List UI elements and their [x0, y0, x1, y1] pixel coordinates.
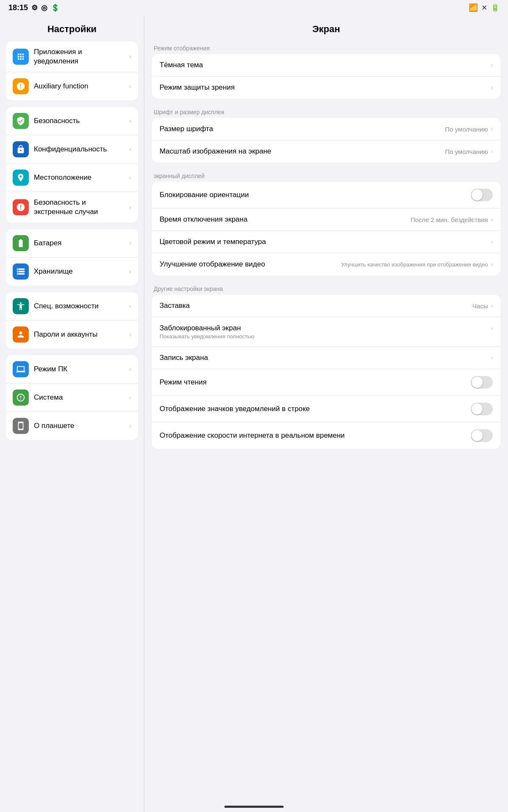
eye-protect-chevron: › [491, 84, 493, 91]
section-header-screen-display: экранный дисплей [152, 169, 500, 182]
sidebar-item-about[interactable]: О планшете › [6, 412, 138, 440]
wifi-icon: 📶 [469, 3, 478, 12]
auxiliary-chevron: › [129, 82, 131, 90]
accounts-label: Пароли и аккаунты [34, 330, 126, 339]
sidebar-item-privacy[interactable]: Конфиденциальность › [6, 135, 138, 164]
right-item-dark-theme[interactable]: Тёмная тема › [152, 54, 500, 77]
location-status-icon: ◎ [41, 3, 47, 12]
auxiliary-icon [13, 78, 29, 94]
emergency-chevron: › [129, 203, 131, 211]
privacy-chevron: › [129, 145, 131, 153]
pcmode-label: Режим ПК [34, 365, 126, 374]
time-display: 18:15 [8, 3, 28, 12]
video-enhance-label: Улучшение отображение видео [160, 260, 341, 269]
accessibility-label: Спец. возможности [34, 302, 126, 311]
screensaver-label: Заставка [160, 302, 472, 310]
settings-group-4: Спец. возможности › Пароли и аккаунты › [6, 292, 138, 348]
right-item-font-size[interactable]: Размер шрифта По умолчанию › [152, 118, 500, 140]
sidebar-item-battery[interactable]: Батарея › [6, 229, 138, 258]
sidebar-item-auxiliary[interactable]: Auxiliary function › [6, 72, 138, 100]
security-icon [13, 113, 29, 129]
sidebar-item-storage[interactable]: Хранилище › [6, 258, 138, 285]
right-item-eye-protect[interactable]: Режим защиты зрения › [152, 77, 500, 99]
home-indicator [224, 806, 284, 808]
video-enhance-value: Улучшить качество изображения при отобра… [341, 261, 488, 268]
left-panel: Настройки Приложения и уведомления › Aux… [0, 15, 144, 812]
pcmode-chevron: › [129, 365, 131, 373]
sidebar-item-security[interactable]: Безопасность › [6, 107, 138, 135]
right-group-other: Заставка Часы › Заблокированный экран › … [152, 295, 500, 449]
emergency-icon [13, 199, 29, 215]
privacy-label: Конфиденциальность [34, 145, 126, 154]
font-size-chevron: › [491, 125, 493, 133]
reading-mode-toggle[interactable] [471, 376, 493, 389]
sidebar-item-apps[interactable]: Приложения и уведомления › [6, 41, 138, 72]
right-item-screen-record[interactable]: Запись экрана › [152, 347, 500, 369]
sidebar-item-accessibility[interactable]: Спец. возможности › [6, 292, 138, 321]
settings-group-2: Безопасность › Конфиденциальность › Мест… [6, 107, 138, 222]
right-item-display-scale[interactable]: Масштаб изображения на экране По умолчан… [152, 140, 500, 162]
storage-chevron: › [129, 268, 131, 275]
section-header-font: Шрифт и размер дисплея [152, 105, 500, 118]
right-item-lockscreen[interactable]: Заблокированный экран › Показывать уведо… [152, 317, 500, 347]
accounts-chevron: › [129, 331, 131, 338]
location-chevron: › [129, 174, 131, 181]
signal-icon: ✕ [481, 3, 487, 12]
sidebar-item-emergency[interactable]: Безопасность и экстренные случаи › [6, 192, 138, 222]
right-item-rotation-lock[interactable]: Блокирование ориентации [152, 182, 500, 208]
right-item-notif-icons[interactable]: Отображение значков уведомлений в строке [152, 396, 500, 422]
system-chevron: › [129, 394, 131, 401]
sidebar-item-pcmode[interactable]: Режим ПК › [6, 355, 138, 384]
battery-icon-nav [13, 235, 29, 251]
right-item-screensaver[interactable]: Заставка Часы › [152, 295, 500, 317]
status-time: 18:15 ⚙ ◎ 💲 [8, 3, 60, 12]
dark-theme-chevron: › [491, 61, 493, 69]
settings-group-1: Приложения и уведомления › Auxiliary fun… [6, 41, 138, 100]
apps-label: Приложения и уведомления [34, 47, 126, 66]
sidebar-item-location[interactable]: Местоположение › [6, 164, 138, 192]
dark-theme-label: Тёмная тема [160, 61, 491, 69]
right-panel: Экран Режим отображения Тёмная тема › Ре… [144, 15, 508, 812]
sidebar-item-accounts[interactable]: Пароли и аккаунты › [6, 321, 138, 348]
right-panel-title: Экран [152, 19, 500, 41]
notif-icons-toggle[interactable] [471, 403, 493, 415]
lockscreen-sublabel: Показывать уведомления полностью [160, 333, 254, 340]
right-group-screen-display: Блокирование ориентации Время отключения… [152, 182, 500, 275]
accessibility-chevron: › [129, 302, 131, 310]
eye-protect-label: Режим защиты зрения [160, 83, 491, 92]
right-item-reading-mode[interactable]: Режим чтения [152, 369, 500, 396]
auxiliary-label: Auxiliary function [34, 82, 126, 91]
apps-chevron: › [129, 53, 131, 60]
video-enhance-chevron: › [491, 261, 493, 268]
right-item-internet-speed[interactable]: Отображение скорости интернета в реально… [152, 422, 500, 449]
sidebar-item-system[interactable]: Система › [6, 384, 138, 412]
screen-record-chevron: › [491, 354, 493, 362]
storage-label: Хранилище [34, 267, 126, 276]
screen-timeout-label: Время отключения экрана [160, 215, 411, 224]
screensaver-chevron: › [491, 302, 493, 310]
location-label: Местоположение [34, 173, 126, 182]
battery-chevron: › [129, 239, 131, 247]
lockscreen-label: Заблокированный экран [160, 324, 491, 332]
display-scale-label: Масштаб изображения на экране [160, 147, 445, 156]
security-label: Безопасность [34, 116, 126, 126]
display-scale-chevron: › [491, 148, 493, 155]
system-icon [13, 390, 29, 406]
settings-group-3: Батарея › Хранилище › [6, 229, 138, 285]
internet-speed-toggle[interactable] [471, 429, 493, 442]
lockscreen-chevron: › [491, 324, 493, 332]
right-item-color-mode[interactable]: Цветовой режим и температура › [152, 231, 500, 253]
right-item-screen-timeout[interactable]: Время отключения экрана После 2 мин. без… [152, 208, 500, 231]
internet-speed-label: Отображение скорости интернета в реально… [160, 431, 471, 440]
font-size-label: Размер шрифта [160, 125, 445, 133]
right-item-video-enhance[interactable]: Улучшение отображение видео Улучшить кач… [152, 253, 500, 275]
about-label: О планшете [34, 421, 126, 431]
dollar-status-icon: 💲 [51, 3, 60, 12]
status-bar: 18:15 ⚙ ◎ 💲 📶 ✕ 🔋 [0, 0, 508, 15]
rotation-lock-toggle[interactable] [471, 189, 493, 201]
battery-label: Батарея [34, 239, 126, 248]
left-panel-title: Настройки [6, 19, 138, 41]
font-size-value: По умолчанию [445, 126, 488, 133]
location-icon [13, 170, 29, 186]
status-right-icons: 📶 ✕ 🔋 [469, 3, 500, 12]
